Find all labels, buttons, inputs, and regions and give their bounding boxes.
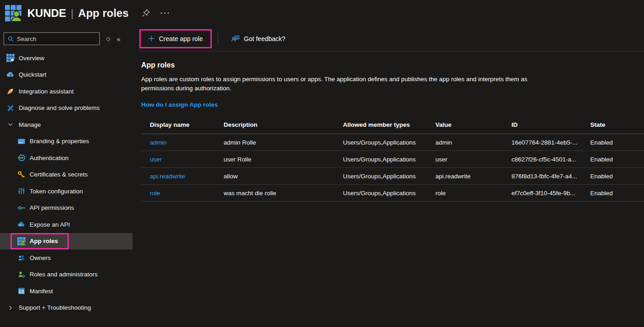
got-feedback-button[interactable]: Got feedback?: [224, 30, 293, 47]
cell-value: user: [435, 156, 511, 163]
sidebar-search-row: ◇ «: [0, 26, 133, 50]
sidebar-item-label: Certificates & secrets: [30, 171, 88, 178]
cell-id: ef7c0eff-3f10-45fe-9b...: [511, 190, 590, 197]
command-bar: Create app role Got feedback?: [139, 26, 644, 52]
sidebar-item-label: Integration assistant: [19, 88, 74, 95]
sidebar-item-branding-properties[interactable]: Branding & properties: [0, 133, 133, 150]
search-icon: [7, 36, 14, 42]
section-description: App roles are custom roles to assign per…: [141, 75, 553, 93]
create-app-role-highlight-annotation: Create app role: [139, 29, 212, 48]
cell-description: user Rolle: [224, 156, 343, 163]
sidebar-item-diagnose-and-solve-problems[interactable]: Diagnose and solve problems: [0, 100, 133, 117]
sidebar-item-label: Token configuration: [30, 188, 83, 195]
cell-member-types: Users/Groups,Applications: [343, 173, 435, 180]
title-separator: |: [71, 7, 73, 19]
cell-description: admin Rolle: [224, 139, 343, 146]
commandbar-divider: [218, 33, 218, 44]
cell-state: Enabled: [590, 156, 644, 163]
api-permissions-icon: [17, 204, 26, 212]
app-name: KUNDE: [27, 7, 66, 19]
cell-member-types: Users/Groups,Applications: [343, 156, 435, 163]
page-header: KUNDE|App roles ···: [0, 0, 644, 26]
overview-grid-icon: [6, 54, 15, 62]
sidebar-item-api-permissions[interactable]: API permissions: [0, 200, 133, 217]
sidebar-group-label: Support + Troubleshooting: [19, 304, 91, 311]
main-panel: Create app role Got feedback? App roles: [133, 26, 644, 327]
collapse-sidebar-icon[interactable]: «: [117, 35, 120, 43]
section-title: App roles: [141, 61, 644, 69]
how-do-i-assign-app-roles-link[interactable]: How do I assign App roles: [141, 101, 218, 108]
page-name: App roles: [78, 7, 129, 19]
cell-state: Enabled: [590, 173, 644, 180]
sidebar-group-manage[interactable]: Manage: [0, 116, 133, 133]
sidebar-group-support-troubleshooting[interactable]: Support + Troubleshooting: [0, 300, 133, 317]
cell-value: api.readwrite: [435, 173, 511, 180]
cell-description: was macht die rolle: [224, 190, 343, 197]
sidebar-item-label: App roles: [30, 238, 58, 244]
sidebar-nav: Overview Quickstart Integration assistan…: [0, 50, 133, 316]
sliders-icon: [17, 187, 26, 195]
sidebar-item-overview[interactable]: Overview: [0, 50, 133, 67]
sidebar-group-label: Manage: [19, 121, 41, 128]
sidebar-item-token-configuration[interactable]: Token configuration: [0, 183, 133, 200]
sidebar-item-manifest[interactable]: Manifest: [0, 283, 133, 300]
cell-id: c8627f26-cf5c-4501-a...: [511, 156, 590, 163]
cloud-icon: [17, 220, 26, 228]
app-roles-content: App roles App roles are custom roles to …: [139, 52, 644, 202]
search-input[interactable]: [17, 36, 99, 42]
app-role-display-name-link[interactable]: user: [141, 156, 224, 163]
app-roles-table: Display name Description Allowed member …: [141, 116, 644, 202]
column-header-description[interactable]: Description: [224, 121, 343, 128]
sidebar: ◇ « Overview Quickstart: [0, 26, 133, 327]
sidebar-item-owners[interactable]: Owners: [0, 249, 133, 266]
app-role-display-name-link[interactable]: api.readwrite: [141, 173, 224, 180]
authentication-icon: [17, 154, 26, 162]
sidebar-item-label: Diagnose and solve problems: [19, 104, 100, 111]
sidebar-item-label: Authentication: [30, 155, 69, 161]
table-row: role was macht die rolle Users/Groups,Ap…: [141, 185, 644, 202]
pin-icon[interactable]: [141, 9, 150, 18]
table-row: user user Rolle Users/Groups,Application…: [141, 151, 644, 168]
sidebar-item-expose-an-api[interactable]: Expose an API: [0, 216, 133, 233]
search-box: [4, 32, 100, 45]
sidebar-item-authentication[interactable]: Authentication: [0, 150, 133, 166]
sidebar-item-integration-assistant[interactable]: Integration assistant: [0, 83, 133, 100]
column-header-id[interactable]: ID: [511, 121, 590, 128]
chevron-right-icon: [6, 304, 15, 312]
cell-value: role: [435, 190, 511, 197]
sidebar-item-roles-and-administrators[interactable]: Roles and administrators: [0, 266, 133, 283]
cell-value: admin: [435, 139, 511, 146]
table-row: admin admin Rolle Users/Groups,Applicati…: [141, 134, 644, 151]
page-title: KUNDE|App roles: [27, 7, 128, 20]
manifest-icon: [17, 287, 26, 295]
column-header-state[interactable]: State: [590, 121, 644, 128]
sidebar-item-app-roles[interactable]: App roles: [0, 233, 133, 250]
cell-id: 16e07764-2881-4eb5-...: [511, 139, 590, 146]
create-app-role-button[interactable]: Create app role: [141, 31, 210, 47]
column-header-value[interactable]: Value: [435, 121, 511, 128]
cell-state: Enabled: [590, 190, 644, 197]
diamond-icon[interactable]: ◇: [106, 36, 110, 42]
sidebar-item-label: Overview: [19, 55, 44, 62]
tools-icon: [6, 104, 15, 112]
column-header-allowed-member-types[interactable]: Allowed member types: [343, 121, 435, 128]
ellipsis-icon[interactable]: ···: [160, 9, 170, 17]
cloud-lightning-icon: [6, 71, 15, 79]
cell-description: allow: [224, 173, 343, 180]
person-gear-icon: [17, 270, 26, 279]
sidebar-item-quickstart[interactable]: Quickstart: [0, 67, 133, 83]
app-grid-person-icon: [5, 5, 22, 22]
rocket-icon: [6, 87, 15, 95]
column-header-display-name[interactable]: Display name: [141, 121, 224, 128]
cell-state: Enabled: [590, 139, 644, 146]
app-roles-grid-person-icon: [17, 237, 26, 245]
sidebar-item-certificates-secrets[interactable]: Certificates & secrets: [0, 166, 133, 183]
app-role-display-name-link[interactable]: role: [141, 190, 224, 197]
table-row: api.readwrite allow Users/Groups,Applica…: [141, 168, 644, 185]
sidebar-item-label: Roles and administrators: [30, 271, 97, 278]
plus-icon: [148, 35, 155, 42]
create-app-role-label: Create app role: [159, 35, 203, 42]
app-role-display-name-link[interactable]: admin: [141, 139, 224, 146]
people-icon: [17, 254, 26, 262]
sidebar-item-label: API permissions: [30, 204, 74, 211]
